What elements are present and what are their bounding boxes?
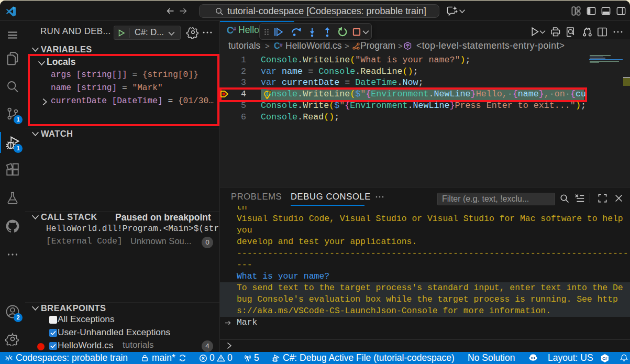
- svg-text:C#: C#: [602, 356, 607, 361]
